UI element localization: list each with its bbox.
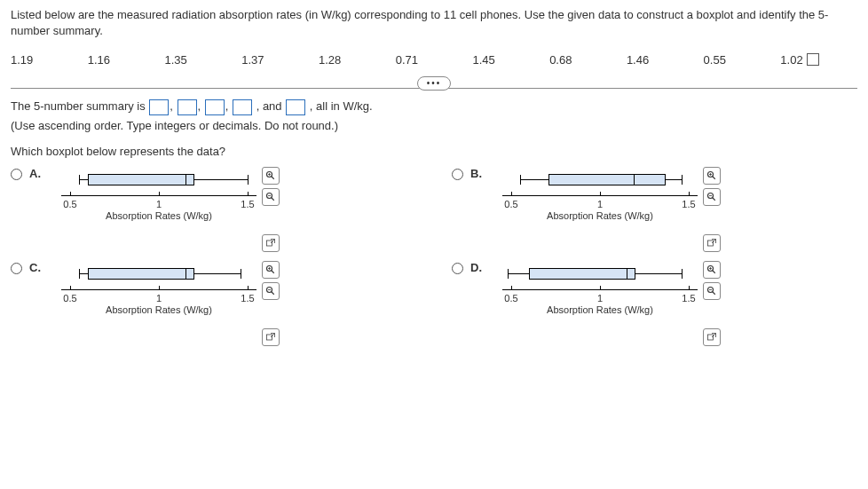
data-value: 0.55 <box>704 53 781 67</box>
question-prompt: Listed below are the measured radiation … <box>11 7 857 39</box>
summary-input-5[interactable] <box>286 99 305 115</box>
tick-label: 1.5 <box>241 293 254 304</box>
data-value: 1.35 <box>164 53 241 67</box>
expand-ellipsis-button[interactable]: ••• <box>417 76 452 91</box>
summary-prefix: The 5-number summary is <box>11 100 148 114</box>
data-value: 1.19 <box>11 53 88 67</box>
popout-icon[interactable] <box>703 328 721 346</box>
zoom-out-icon[interactable] <box>703 282 721 300</box>
zoom-in-icon[interactable] <box>262 167 280 185</box>
svg-rect-16 <box>708 241 714 246</box>
zoom-in-icon[interactable] <box>703 261 721 279</box>
tick-label: 0.5 <box>504 199 517 209</box>
tick-label: 0.5 <box>63 293 76 304</box>
data-value: 1.37 <box>241 53 319 67</box>
radio-icon <box>452 263 463 274</box>
popout-icon[interactable] <box>262 328 280 346</box>
axis-C: 0.5 1 1.5 <box>61 289 256 290</box>
radio-icon <box>11 169 22 180</box>
axis-A: 0.5 1 1.5 <box>61 195 256 196</box>
radio-icon <box>452 169 463 180</box>
svg-line-1 <box>272 177 274 179</box>
boxplot-D <box>502 261 698 288</box>
svg-line-32 <box>713 292 715 295</box>
choice-C[interactable]: C. 0.5 1 1.5 <box>11 261 416 346</box>
svg-rect-34 <box>708 335 714 340</box>
tick-label: 1.5 <box>682 199 695 209</box>
popout-icon[interactable] <box>262 234 280 252</box>
choice-label-D: D. <box>470 261 486 274</box>
data-value: 1.46 <box>627 53 704 67</box>
svg-line-17 <box>712 240 716 244</box>
copy-icon[interactable] <box>809 55 819 66</box>
zoom-in-icon[interactable] <box>262 261 280 279</box>
axis-B: 0.5 1 1.5 <box>502 195 698 196</box>
tick-label: 1 <box>597 293 603 304</box>
data-value: 0.68 <box>549 53 627 67</box>
tick-label: 1 <box>597 199 603 209</box>
data-value: 1.28 <box>319 53 396 67</box>
tick-label: 1 <box>156 293 162 304</box>
svg-line-35 <box>712 334 716 338</box>
tick-label: 0.5 <box>63 199 76 209</box>
summary-input-3[interactable] <box>205 99 225 115</box>
axis-label-D: Absorption Rates (W/kg) <box>502 304 698 315</box>
choice-D[interactable]: D. 0.5 1 1.5 <box>452 261 857 346</box>
summary-input-4[interactable] <box>233 99 252 115</box>
data-value-text: 1.02 <box>780 53 802 67</box>
svg-rect-7 <box>267 241 272 246</box>
svg-line-26 <box>271 334 275 338</box>
comma: , <box>170 100 176 114</box>
svg-line-19 <box>272 271 274 273</box>
choice-label-C: C. <box>29 261 45 274</box>
zoom-out-icon[interactable] <box>703 188 721 206</box>
axis-label-C: Absorption Rates (W/kg) <box>61 304 256 315</box>
svg-line-10 <box>713 177 715 179</box>
svg-line-8 <box>271 240 275 244</box>
summary-input-2[interactable] <box>178 99 197 115</box>
zoom-in-icon[interactable] <box>703 167 721 185</box>
popout-icon[interactable] <box>703 234 721 252</box>
zoom-out-icon[interactable] <box>262 282 280 300</box>
data-value: 0.71 <box>396 53 473 67</box>
boxplot-C <box>61 261 256 288</box>
summary-and: , and <box>256 100 286 114</box>
five-number-summary-line: The 5-number summary is , , , , and , al… <box>11 99 857 115</box>
data-value: 1.02 <box>780 53 857 67</box>
tick-label: 1.5 <box>682 293 695 304</box>
radio-icon <box>11 263 22 274</box>
choice-B[interactable]: B. 0.5 1 1.5 <box>452 167 857 252</box>
choice-label-A: A. <box>29 167 45 180</box>
comma: , <box>198 100 204 114</box>
svg-line-23 <box>272 292 274 295</box>
data-value: 1.45 <box>472 53 549 67</box>
boxplot-B <box>502 167 698 193</box>
summary-suffix: , all in W/kg. <box>310 100 373 114</box>
svg-line-5 <box>272 198 274 201</box>
svg-line-14 <box>713 198 715 201</box>
summary-input-1[interactable] <box>149 99 169 115</box>
boxplot-A <box>61 167 256 193</box>
svg-rect-25 <box>267 335 272 340</box>
choice-A[interactable]: A. 0.5 1 1.5 <box>11 167 416 252</box>
choice-label-B: B. <box>470 167 486 180</box>
svg-line-28 <box>713 271 715 273</box>
axis-label-B: Absorption Rates (W/kg) <box>502 210 698 221</box>
tick-label: 1.5 <box>241 199 254 209</box>
axis-label-A: Absorption Rates (W/kg) <box>61 210 256 221</box>
tick-label: 1 <box>156 199 162 209</box>
comma: , <box>225 100 232 114</box>
axis-D: 0.5 1 1.5 <box>502 289 698 290</box>
zoom-out-icon[interactable] <box>262 188 280 206</box>
which-boxplot-question: Which boxplot below represents the data? <box>11 145 857 158</box>
data-value: 1.16 <box>88 53 165 67</box>
summary-hint: (Use ascending order. Type integers or d… <box>11 119 857 132</box>
tick-label: 0.5 <box>504 293 517 304</box>
